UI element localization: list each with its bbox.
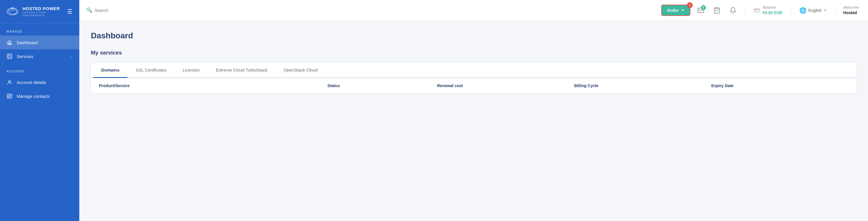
home-icon [6,39,13,45]
messages-badge: 0 [701,5,706,10]
balance-area: Balance €0.00 EUR [751,5,785,15]
language-label: English [808,8,822,13]
svg-point-1 [11,8,13,9]
services-table: Product/Service Status Renewal cost Bill… [91,78,857,93]
manage-contacts-icon [6,93,13,99]
tab-openstack-label: OpenStack Cloud [284,67,318,72]
col-billing-header: Billing Cycle [574,83,711,88]
order-button[interactable]: Order ▼ [661,5,690,16]
cart-icon [713,7,720,14]
balance-info: Balance €0.00 EUR [763,5,782,15]
svg-rect-3 [7,54,12,59]
svg-rect-7 [10,57,11,57]
sidebar-item-account-details[interactable]: Account details [0,75,79,89]
svg-point-6 [8,57,9,58]
services-chevron-icon: ⌄ [70,54,73,59]
hamburger-icon: ☰ [67,8,72,15]
hamburger-button[interactable]: ☰ [66,7,73,16]
col-renewal-header: Renewal cost [437,83,574,88]
col-status-header: Status [327,83,437,88]
order-badge: 1 [687,2,693,8]
balance-label: Balance [763,5,782,10]
sidebar-section-manage: MANAGE [0,23,79,35]
topbar: 🔍 1 Order ▼ 0 [79,0,868,21]
language-selector[interactable]: 🌐 English ▼ [797,7,829,14]
balance-value: €0.00 EUR [763,10,782,15]
tab-extreme-cloud[interactable]: Extreme Cloud TurboStack [208,63,276,78]
services-icon [6,53,13,59]
tab-domains-label: Domains [101,67,119,72]
search-input[interactable] [95,8,152,13]
services-section: Domains SSL Certificates Licenses Extrem… [91,63,857,93]
col-product-header: Product/Service [99,83,327,88]
svg-rect-5 [10,55,11,56]
topbar-divider-2 [791,5,791,15]
tab-extreme-cloud-label: Extreme Cloud TurboStack [216,67,268,72]
welcome-name: Hosted [843,10,859,15]
sidebar-item-dashboard[interactable]: Dashboard [0,35,79,49]
table-header-row: Product/Service Status Renewal cost Bill… [91,78,857,93]
sidebar-logo: HOSTED POWER UNPARALLELED PERFORMANCE ☰ [0,0,79,23]
tab-openstack-cloud[interactable]: OpenStack Cloud [276,63,326,78]
tab-domains[interactable]: Domains [93,63,127,78]
welcome-area: Welcome Hosted [841,5,861,15]
order-chevron-icon: ▼ [681,8,685,12]
order-badge-wrapper: 1 Order ▼ [661,5,690,16]
logo-main-text: HOSTED POWER [23,6,63,11]
svg-rect-17 [755,11,756,11]
services-tabs: Domains SSL Certificates Licenses Extrem… [91,63,857,78]
sidebar-item-dashboard-label: Dashboard [17,40,73,45]
sidebar: HOSTED POWER UNPARALLELED PERFORMANCE ☰ … [0,0,79,221]
search-area: 🔍 [86,7,230,13]
language-chevron-icon: ▼ [823,8,827,12]
bell-icon [730,7,737,14]
sidebar-item-contacts-label: Manage contacts [17,94,73,99]
topbar-divider-1 [745,5,745,15]
services-section-title: My services [91,50,857,56]
main-content: Dashboard My services Domains SSL Certif… [79,21,868,221]
sidebar-item-manage-contacts[interactable]: Manage contacts [0,89,79,103]
logo-icon [6,5,19,18]
sidebar-item-services[interactable]: Services ⌄ [0,49,79,63]
logo-text: HOSTED POWER UNPARALLELED PERFORMANCE [23,6,63,17]
tab-licenses[interactable]: Licenses [175,63,208,78]
sidebar-item-services-label: Services [17,54,66,59]
order-button-label: Order [667,8,679,13]
svg-rect-2 [9,43,10,45]
notifications-button[interactable] [727,5,739,16]
col-expiry-header: Expiry Date [711,83,848,88]
cart-button[interactable] [711,5,723,16]
tab-licenses-label: Licenses [183,67,199,72]
account-details-icon [6,79,13,85]
svg-point-8 [9,81,11,83]
tab-ssl-certificates[interactable]: SSL Certificates [127,63,175,78]
svg-rect-16 [754,9,759,10]
sidebar-item-account-label: Account details [17,80,73,85]
search-icon: 🔍 [86,7,92,13]
welcome-label: Welcome [843,5,859,10]
tab-ssl-label: SSL Certificates [135,67,166,72]
messages-button[interactable]: 0 [695,5,707,16]
main-area: 🔍 1 Order ▼ 0 [79,0,868,221]
page-title: Dashboard [91,31,857,40]
logo-sub-text: UNPARALLELED PERFORMANCE [23,11,63,17]
sidebar-section-account: ACCOUNT [0,63,79,75]
balance-icon [753,7,760,13]
svg-rect-15 [754,8,759,12]
svg-point-4 [8,55,9,56]
globe-icon: 🌐 [799,7,807,14]
